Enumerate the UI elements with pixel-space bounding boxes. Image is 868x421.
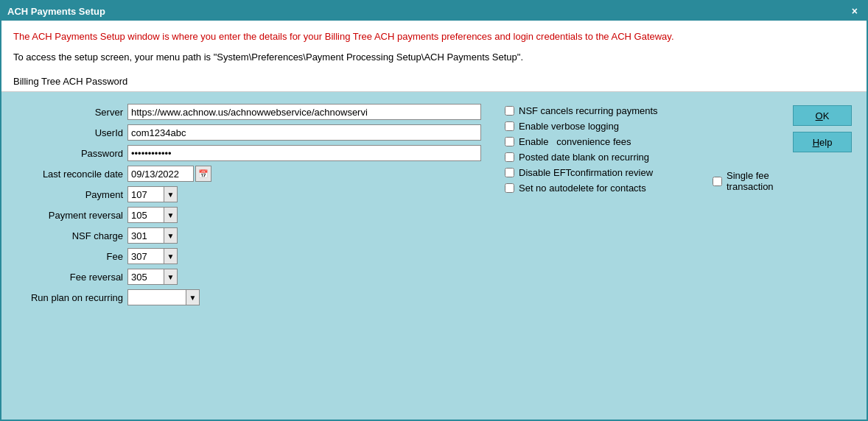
server-label: Server — [16, 107, 123, 118]
convenience-fees-label: Enable convenience fees — [519, 136, 631, 147]
info-line1: The ACH Payments Setup window is where y… — [13, 29, 855, 44]
fee-row: Fee ▼ — [16, 248, 481, 264]
nsf-charge-input[interactable] — [127, 227, 164, 244]
userid-row: UserId — [16, 124, 481, 141]
nsf-charge-row: NSF charge ▼ — [16, 227, 481, 244]
reconcile-date-input[interactable] — [127, 166, 194, 182]
run-plan-input[interactable] — [127, 289, 186, 305]
checkbox-disable-eft: Disable EFTconfirmation review — [505, 167, 696, 178]
nsf-charge-dropdown-wrapper: ▼ — [127, 227, 178, 244]
info-area: The ACH Payments Setup window is where y… — [1, 21, 867, 70]
nsf-charge-label: NSF charge — [16, 230, 123, 241]
main-area: Server UserId Password Last reconcile da… — [1, 92, 867, 420]
verbose-logging-checkbox[interactable] — [505, 121, 514, 131]
fee-reversal-label: Fee reversal — [16, 272, 123, 283]
fee-reversal-dropdown-wrapper: ▼ — [127, 269, 178, 285]
checkbox-verbose-logging: Enable verbose logging — [505, 121, 696, 132]
no-autodelete-label: Set no autodelete for contacts — [519, 183, 646, 194]
single-fee-checkbox[interactable] — [713, 177, 722, 186]
server-row: Server — [16, 104, 481, 120]
payment-reversal-input[interactable] — [127, 207, 164, 223]
payment-row: Payment ▼ — [16, 186, 481, 202]
ok-button[interactable]: OK — [793, 105, 852, 126]
disable-eft-checkbox[interactable] — [505, 168, 514, 177]
password-label: Password — [16, 148, 123, 159]
fee-label: Fee — [16, 251, 123, 262]
reconcile-row: Last reconcile date 📅 — [16, 166, 481, 182]
close-button[interactable]: × — [849, 5, 861, 17]
nsf-charge-dropdown-arrow[interactable]: ▼ — [164, 227, 178, 244]
reconcile-label: Last reconcile date — [16, 169, 123, 180]
convenience-fees-checkbox[interactable] — [505, 137, 514, 146]
verbose-logging-label: Enable verbose logging — [519, 121, 619, 132]
fee-dropdown-arrow[interactable]: ▼ — [164, 248, 178, 264]
fee-reversal-dropdown-arrow[interactable]: ▼ — [164, 269, 178, 285]
main-window: ACH Payments Setup × The ACH Payments Se… — [0, 0, 868, 421]
calendar-button[interactable]: 📅 — [195, 166, 211, 182]
payment-label: Payment — [16, 189, 123, 200]
userid-label: UserId — [16, 127, 123, 138]
buttons-area: OK Help — [793, 104, 852, 408]
run-plan-label: Run plan on recurring — [16, 292, 123, 303]
checkbox-posted-date-blank: Posted date blank on recurring — [505, 152, 696, 163]
payment-reversal-dropdown-arrow[interactable]: ▼ — [164, 207, 178, 223]
server-input[interactable] — [127, 104, 481, 120]
payment-reversal-dropdown-wrapper: ▼ — [127, 207, 178, 223]
payment-dropdown-wrapper: ▼ — [127, 186, 178, 202]
fee-input[interactable] — [127, 248, 164, 264]
info-line2: To access the setup screen, your menu pa… — [13, 50, 855, 65]
section-label: Billing Tree ACH Password — [1, 70, 867, 92]
posted-date-blank-label: Posted date blank on recurring — [519, 152, 649, 163]
payment-dropdown-arrow[interactable]: ▼ — [164, 186, 178, 202]
userid-input[interactable] — [127, 124, 481, 141]
password-input[interactable] — [127, 145, 481, 161]
date-wrapper: 📅 — [127, 166, 211, 182]
help-button[interactable]: Help — [793, 132, 852, 152]
form-area: Server UserId Password Last reconcile da… — [16, 104, 481, 408]
fee-reversal-input[interactable] — [127, 269, 164, 285]
nsf-cancels-checkbox[interactable] — [505, 106, 514, 116]
fee-reversal-row: Fee reversal ▼ — [16, 269, 481, 285]
nsf-cancels-label: NSF cancels recurring payments — [519, 105, 658, 116]
title-bar: ACH Payments Setup × — [1, 1, 867, 21]
checkbox-convenience-fees: Enable convenience fees — [505, 136, 696, 147]
posted-date-blank-checkbox[interactable] — [505, 152, 514, 162]
run-plan-row: Run plan on recurring ▼ — [16, 289, 481, 305]
payment-reversal-label: Payment reversal — [16, 210, 123, 221]
fee-dropdown-wrapper: ▼ — [127, 248, 178, 264]
disable-eft-label: Disable EFTconfirmation review — [519, 167, 653, 178]
checkbox-nsf-cancels: NSF cancels recurring payments — [505, 105, 696, 116]
payment-input[interactable] — [127, 186, 164, 202]
single-fee-row: Single fee transaction — [713, 170, 784, 192]
run-plan-dropdown-wrapper: ▼ — [127, 289, 200, 305]
single-fee-label: Single fee transaction — [727, 170, 784, 192]
no-autodelete-checkbox[interactable] — [505, 183, 514, 193]
checkbox-no-autodelete: Set no autodelete for contacts — [505, 183, 696, 194]
checkboxes-area: NSF cancels recurring payments Enable ve… — [505, 104, 696, 408]
window-title: ACH Payments Setup — [7, 6, 105, 17]
password-row: Password — [16, 145, 481, 161]
run-plan-dropdown-arrow[interactable]: ▼ — [186, 289, 200, 305]
payment-reversal-row: Payment reversal ▼ — [16, 207, 481, 223]
